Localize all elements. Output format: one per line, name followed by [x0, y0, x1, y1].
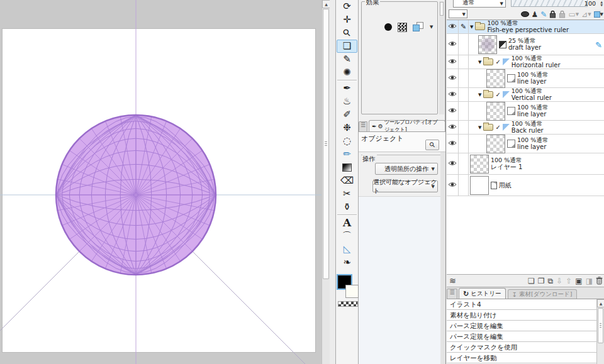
layer-content[interactable]: ▼✓100 %通常Vertical ruler — [469, 88, 604, 101]
pen-tool[interactable]: ✒ — [337, 82, 357, 95]
eye-icon[interactable] — [448, 91, 457, 98]
chevron-down-icon[interactable]: ▼ — [430, 25, 433, 30]
history-scrollbar[interactable]: ▲ — [596, 299, 604, 364]
rotate-tool[interactable]: ⟳ — [337, 0, 357, 13]
panel-menu-tab[interactable]: ☰ — [359, 121, 367, 131]
layer-visibility-cell[interactable] — [447, 34, 459, 55]
eye-icon[interactable] — [448, 124, 457, 131]
transparent-color-swatch[interactable] — [338, 301, 358, 307]
expand-triangle-icon[interactable]: ▼ — [478, 60, 481, 65]
layer-panel-list-icon[interactable]: ≋ — [449, 276, 456, 285]
transfer-to-lower-icon[interactable]: ⇩ — [556, 277, 562, 285]
layer-thumbnail[interactable] — [470, 176, 489, 195]
decoration-tool[interactable]: ❉ — [337, 121, 357, 135]
expand-triangle-icon[interactable]: ▼ — [470, 25, 473, 30]
history-item[interactable]: イラスト4 — [447, 299, 604, 310]
layer-visibility-cell[interactable] — [447, 121, 459, 134]
eye-icon[interactable] — [448, 140, 457, 147]
canvas-scrollbar-thumb[interactable] — [323, 9, 329, 279]
effect-tone-icon[interactable] — [398, 23, 407, 32]
layer-content[interactable]: 25 %通常draft layer — [469, 34, 604, 55]
layer-visibility-cell[interactable] — [447, 175, 459, 196]
layer-thumbnail[interactable] — [486, 102, 505, 121]
opacity-slider[interactable] — [511, 0, 588, 7]
merge-down-icon[interactable]: ⇧ — [566, 277, 572, 285]
history-item[interactable]: パース定規を編集 — [447, 331, 604, 342]
text-tool[interactable]: A — [337, 216, 357, 229]
eyedropper-tool[interactable]: ✎ — [337, 53, 357, 66]
layer-visibility-cell[interactable] — [447, 55, 459, 69]
checkmark-icon[interactable]: ✓ — [495, 58, 500, 65]
layer-row[interactable]: 用紙 — [447, 175, 604, 196]
eye-icon[interactable] — [448, 23, 457, 30]
history-item[interactable]: 素材を貼り付け — [447, 310, 604, 321]
layer-content[interactable]: 100 %通常レイヤー 1 — [469, 153, 604, 174]
capture-thumbnail-icon[interactable]: ▣ — [575, 277, 582, 285]
layer-visibility-cell[interactable] — [447, 88, 459, 101]
fisheye-perspective-ruler[interactable] — [0, 0, 330, 364]
brush-tool[interactable]: ♨ — [337, 95, 357, 108]
layer-row[interactable]: 100 %通常レイヤー 1 — [447, 153, 604, 175]
eye-icon[interactable] — [448, 108, 457, 114]
ruler-display-icon[interactable]: ⊿▼ — [581, 10, 591, 19]
layer-visibility-cell[interactable] — [447, 20, 459, 33]
eye-icon[interactable] — [448, 160, 457, 167]
new-layer-dialog-icon[interactable]: ❐ — [538, 277, 545, 285]
ruler-tool[interactable]: ◺ — [337, 243, 357, 256]
layer-thumbnail[interactable] — [470, 155, 489, 174]
layer-thumbnail[interactable] — [478, 35, 497, 54]
layer-content[interactable]: 100 %通常line layer — [469, 102, 604, 120]
eraser-tool[interactable]: ⌫ — [337, 174, 357, 187]
history-item[interactable]: パース定規を編集 — [447, 321, 604, 331]
layer-visibility-cell[interactable] — [447, 153, 459, 174]
layer-content[interactable]: ▼✓100 %通常Horizontal ruler — [469, 55, 604, 69]
layer-content[interactable]: 100 %通常line layer — [469, 135, 604, 153]
layer-folder-row[interactable]: ▼✓100 %通常Horizontal ruler — [447, 55, 604, 69]
lock-layer-icon[interactable] — [549, 10, 556, 18]
expand-triangle-icon[interactable]: ▼ — [478, 92, 481, 97]
draft-layer-icon[interactable]: ✎ — [540, 10, 547, 19]
magic-wand-tool[interactable]: ✺ — [337, 66, 357, 79]
tab-history[interactable]: ↻ヒストリー — [459, 288, 506, 299]
blend-mode-dropdown[interactable]: 通常 ▼ — [453, 0, 506, 8]
eye-icon[interactable] — [448, 182, 457, 189]
delete-layer-icon[interactable] — [596, 277, 603, 286]
sub-color-swatch[interactable] — [345, 285, 359, 298]
layer-row[interactable]: 100 %通常line layer — [447, 135, 604, 153]
line-correction-tool[interactable]: ❧ — [337, 256, 357, 269]
airbrush-tool[interactable]: ✐ — [337, 108, 357, 121]
checkmark-icon[interactable]: ✓ — [495, 91, 500, 98]
history-item[interactable]: クイックマスクを使用 — [447, 342, 604, 353]
effect-layer-color-icon[interactable] — [413, 22, 424, 32]
expand-triangle-icon[interactable]: ▼ — [478, 125, 481, 130]
history-item[interactable]: レイヤーを移動 — [447, 353, 604, 363]
object-tool[interactable]: ❏ — [337, 40, 357, 53]
scroll-up-icon[interactable]: ▲ — [597, 299, 604, 307]
gradient-tool[interactable] — [337, 161, 357, 174]
eye-icon[interactable] — [448, 58, 457, 65]
figure-tool[interactable]: ⌒ — [337, 229, 357, 243]
layer-row[interactable]: 100 %通常line layer — [447, 69, 604, 88]
eye-icon[interactable] — [448, 41, 457, 48]
layer-color-icon[interactable]: ▼ — [594, 11, 603, 18]
layer-content[interactable]: 用紙 — [469, 175, 604, 196]
layer-content[interactable]: 100 %通常line layer — [469, 69, 604, 87]
layer-filter-dropdown[interactable]: ▼ — [449, 9, 467, 18]
pastel-tool[interactable]: ✏ — [337, 148, 357, 161]
tab-tool-property[interactable]: ✒ ⚙ ツールプロパティ[オブジェクト] — [369, 120, 445, 131]
layer-visibility-cell[interactable] — [447, 69, 459, 87]
layer-thumbnail[interactable] — [486, 135, 505, 153]
frame-border-tool[interactable]: ✂ — [337, 187, 357, 201]
eye-icon[interactable] — [448, 75, 457, 82]
layer-thumbnail[interactable] — [486, 69, 505, 88]
selectable-object-dropdown[interactable]: 選択可能なオブジェクト ▼ — [372, 180, 438, 192]
checkmark-icon[interactable]: ✓ — [495, 124, 500, 131]
layer-visibility-cell[interactable] — [447, 135, 459, 153]
tool-property-scrollbar[interactable] — [440, 152, 445, 364]
layer-folder-row[interactable]: ▼✓100 %通常Vertical ruler — [447, 88, 604, 102]
mask-area-icon[interactable] — [521, 11, 529, 17]
apply-mask-icon[interactable]: ◨ — [586, 277, 593, 285]
layer-visibility-cell[interactable] — [447, 102, 459, 120]
onion-skin-icon[interactable]: ♟ — [532, 10, 539, 19]
history-scrollbar-thumb[interactable] — [598, 308, 603, 343]
